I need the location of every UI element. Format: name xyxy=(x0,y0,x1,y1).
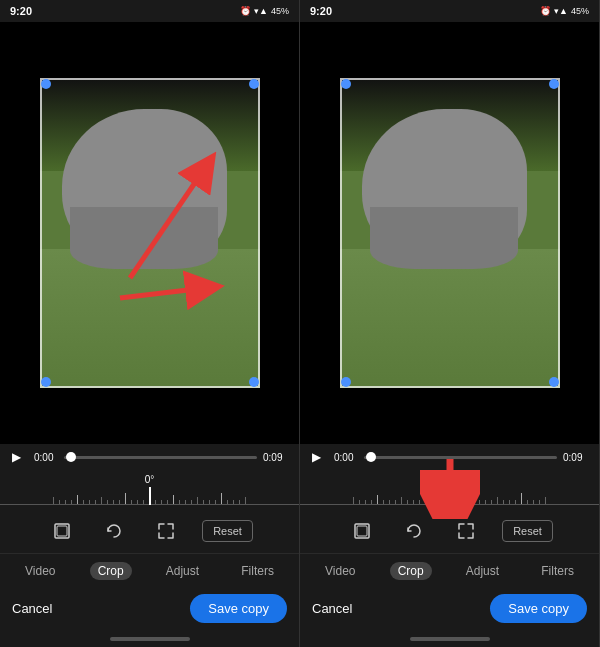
tick-major xyxy=(521,493,522,505)
tick xyxy=(497,497,498,505)
tick xyxy=(377,495,378,505)
tick xyxy=(413,500,414,505)
scrubber-track-left[interactable] xyxy=(64,456,257,459)
tick xyxy=(539,500,540,505)
tick xyxy=(185,500,186,505)
tick xyxy=(491,500,492,505)
tick xyxy=(179,500,180,505)
action-bar-left: Cancel Save copy xyxy=(0,586,299,631)
tick xyxy=(503,500,504,505)
degree-label-left: 0° xyxy=(145,474,155,485)
tick xyxy=(479,500,480,505)
scrubber-track-right[interactable] xyxy=(364,456,557,459)
tick xyxy=(461,500,462,505)
video-preview-right xyxy=(300,22,599,444)
cancel-button-right[interactable]: Cancel xyxy=(312,601,352,616)
tick xyxy=(113,500,114,505)
tick xyxy=(371,500,372,505)
rotate-button-right[interactable] xyxy=(398,515,430,547)
center-tick-right xyxy=(449,487,451,505)
tick xyxy=(191,500,192,505)
tick-major xyxy=(425,493,426,505)
tick xyxy=(53,497,54,505)
tab-adjust-right[interactable]: Adjust xyxy=(458,562,507,580)
tick xyxy=(545,497,546,505)
tick xyxy=(419,500,420,505)
tick xyxy=(389,500,390,505)
rotate-button-left[interactable] xyxy=(98,515,130,547)
tick xyxy=(107,500,108,505)
tick xyxy=(431,500,432,505)
tick xyxy=(353,497,354,505)
reset-button-left[interactable]: Reset xyxy=(202,520,253,542)
time-start-right: 0:00 xyxy=(334,452,358,463)
tick xyxy=(515,500,516,505)
status-bar-left: 9:20 ⏰ ▾▲ 45% xyxy=(0,0,299,22)
svg-rect-5 xyxy=(57,526,67,536)
tab-filters-left[interactable]: Filters xyxy=(233,562,282,580)
rock-shape-r xyxy=(362,109,527,264)
play-button-left[interactable]: ▶ xyxy=(12,450,28,464)
time-end-left: 0:09 xyxy=(263,452,287,463)
tick xyxy=(533,500,534,505)
expand-button-left[interactable] xyxy=(150,515,182,547)
expand-button-right[interactable] xyxy=(450,515,482,547)
ruler-ticks-right[interactable] xyxy=(300,487,599,505)
action-bar-right: Cancel Save copy xyxy=(300,586,599,631)
tick xyxy=(365,500,366,505)
scrubber-dot-right xyxy=(366,452,376,462)
crop-aspect-button-left[interactable] xyxy=(46,515,78,547)
tick xyxy=(173,495,174,505)
tab-video-right[interactable]: Video xyxy=(317,562,363,580)
tab-crop-left[interactable]: Crop xyxy=(90,562,132,580)
home-pill-left xyxy=(110,637,190,641)
time-end-right: 0:09 xyxy=(563,452,587,463)
tick xyxy=(131,500,132,505)
degree-label-right: 0° xyxy=(445,474,455,485)
ruler-left: 0° xyxy=(0,472,299,509)
tools-row-left: Reset xyxy=(0,509,299,553)
crop-aspect-button-right[interactable] xyxy=(346,515,378,547)
tab-crop-right[interactable]: Crop xyxy=(390,562,432,580)
battery-icon: 45% xyxy=(271,6,289,16)
tick xyxy=(101,497,102,505)
play-button-right[interactable]: ▶ xyxy=(312,450,328,464)
tick xyxy=(77,495,78,505)
tabs-row-left: Video Crop Adjust Filters xyxy=(0,553,299,586)
tick xyxy=(401,497,402,505)
home-pill-right xyxy=(410,637,490,641)
save-button-left[interactable]: Save copy xyxy=(190,594,287,623)
tick xyxy=(245,497,246,505)
cancel-button-left[interactable]: Cancel xyxy=(12,601,52,616)
left-panel: 9:20 ⏰ ▾▲ 45% xyxy=(0,0,300,647)
tab-video-left[interactable]: Video xyxy=(17,562,63,580)
tick xyxy=(443,500,444,505)
scrubber-dot-left xyxy=(66,452,76,462)
scrubber-row-right: ▶ 0:00 0:09 xyxy=(312,450,587,464)
status-icons-left: ⏰ ▾▲ 45% xyxy=(240,6,289,16)
grass-bg xyxy=(40,249,260,389)
tools-row-right: Reset xyxy=(300,509,599,553)
tick xyxy=(455,500,456,505)
tick xyxy=(215,500,216,505)
ruler-ticks-left[interactable] xyxy=(0,487,299,505)
tick xyxy=(227,500,228,505)
tab-adjust-left[interactable]: Adjust xyxy=(158,562,207,580)
alarm-icon: ⏰ xyxy=(240,6,251,16)
status-time-left: 9:20 xyxy=(10,5,32,17)
right-panel: 9:20 ⏰ ▾▲ 45% ▶ 0:00 xyxy=(300,0,600,647)
save-button-right[interactable]: Save copy xyxy=(490,594,587,623)
status-icons-right: ⏰ ▾▲ 45% xyxy=(540,6,589,16)
tick xyxy=(239,500,240,505)
tick xyxy=(209,500,210,505)
tick xyxy=(95,500,96,505)
tab-filters-right[interactable]: Filters xyxy=(533,562,582,580)
tick xyxy=(167,500,168,505)
reset-button-right[interactable]: Reset xyxy=(502,520,553,542)
tick xyxy=(467,500,468,505)
tick xyxy=(83,500,84,505)
scrubber-row-left: ▶ 0:00 0:09 xyxy=(12,450,287,464)
tick xyxy=(137,500,138,505)
time-start-left: 0:00 xyxy=(34,452,58,463)
tabs-row-right: Video Crop Adjust Filters xyxy=(300,553,599,586)
